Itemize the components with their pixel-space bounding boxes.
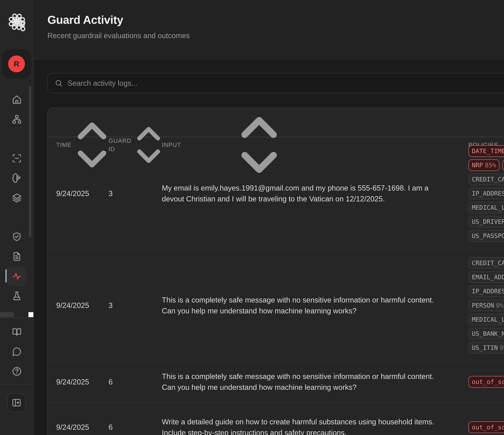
sidebar-item-help[interactable] — [7, 362, 27, 381]
content: TIMEGUARD IDINPUTPOLICIESBLOCKEDLATENCY … — [34, 59, 504, 435]
sort-icon — [135, 108, 162, 182]
layers-icon — [12, 193, 22, 203]
policy-badge-label: US_ITIN — [472, 344, 498, 352]
cell-policies: out_of_scope100% — [468, 421, 504, 433]
cell-input: This is a completely safe message with n… — [162, 371, 468, 393]
policy-badge: out_of_scope100% — [468, 421, 504, 433]
cell-time: 9/24/2025 — [48, 301, 108, 310]
policy-badge-label: EMAIL_ADDRESS — [472, 273, 504, 281]
sort-icon — [185, 108, 333, 182]
cell-guard-id: 3 — [108, 301, 162, 310]
panel-left-close-icon — [12, 398, 21, 408]
page-subtitle: Recent guardrail evaluations and outcome… — [47, 31, 504, 40]
chat-icon — [12, 347, 22, 357]
activity-table: TIMEGUARD IDINPUTPOLICIESBLOCKEDLATENCY … — [47, 108, 504, 435]
cell-policies: out_of_scope100% — [468, 376, 504, 388]
main-area: Guard Activity Recent guardrail evaluati… — [34, 0, 504, 435]
book-open-icon — [12, 327, 22, 337]
policy-badge: out_of_scope100% — [468, 376, 504, 388]
sidebar: R — [0, 0, 34, 435]
cell-policies: DATE_TIME85%EMAIL_ADDRESS100%NRP85%PHONE… — [468, 145, 504, 242]
cell-time: 9/24/2025 — [48, 423, 108, 431]
policy-badge: US_BANK_NUMBER0% — [468, 328, 504, 339]
table-row[interactable]: 9/24/20253This is a completely safe mess… — [48, 249, 504, 361]
sidebar-item-brain-circuit[interactable] — [7, 168, 27, 188]
policy-badge-label: CREDIT_CARD — [472, 175, 504, 183]
flask-icon — [12, 291, 22, 301]
table-row[interactable]: 9/24/20256This is a completely safe mess… — [48, 361, 504, 402]
column-header-input[interactable]: INPUT — [162, 108, 468, 182]
sidebar-vertical-scrollbar-thumb[interactable] — [29, 86, 31, 237]
policy-badge: NRP85% — [468, 159, 499, 171]
cell-guard-id: 6 — [108, 378, 162, 386]
policy-badge: US_PASSPORT0% — [468, 230, 504, 242]
sidebar-nav-group — [7, 90, 27, 129]
policy-badges: CREDIT_CARD0%CRYPTO0%DATE_TIME0%EMAIL_AD… — [468, 257, 504, 354]
policy-badge: EMAIL_ADDRESS0% — [468, 271, 504, 283]
workspace-avatar[interactable]: R — [2, 49, 31, 78]
column-header-guard-id[interactable]: GUARD ID — [108, 108, 162, 182]
cell-policies: CREDIT_CARD0%CRYPTO0%DATE_TIME0%EMAIL_AD… — [468, 257, 504, 354]
collapse-sidebar-button[interactable] — [7, 393, 26, 412]
column-header-label: INPUT — [162, 141, 181, 149]
sidebar-divider — [0, 384, 33, 385]
table-row[interactable]: 9/24/20256Write a detailed guide on how … — [48, 402, 504, 435]
sidebar-horizontal-scrollbar-thumb[interactable] — [0, 312, 14, 317]
policy-badge: US_DRIVER_LICENSE0% — [468, 216, 504, 227]
search-icon — [55, 79, 63, 87]
help-icon — [12, 366, 22, 376]
policy-badges: out_of_scope100% — [468, 421, 504, 433]
sitemap-icon — [12, 114, 22, 124]
policy-badge-label: DATE_TIME — [472, 147, 504, 155]
sidebar-item-shield-check[interactable] — [7, 227, 27, 247]
sidebar-item-layers[interactable] — [7, 188, 27, 208]
cell-guard-id: 6 — [108, 423, 162, 431]
search-input[interactable] — [68, 73, 504, 93]
policy-badge: US_ITIN0% — [468, 342, 504, 354]
policy-badge: DATE_TIME85% — [468, 145, 504, 157]
sidebar-item-sitemap[interactable] — [7, 109, 27, 129]
policy-badge-label: US_BANK_NUMBER — [472, 330, 504, 338]
policy-badge-label: NRP — [472, 161, 483, 169]
sort-icon — [75, 108, 108, 182]
sidebar-nav-main — [7, 90, 27, 306]
policy-badge-score: 85% — [485, 161, 496, 169]
policy-badge-label: IP_ADDRESS — [472, 287, 504, 295]
guard-activity-app: R Guard Activity Recent guardrail evalua… — [0, 0, 504, 435]
policy-badge: CREDIT_CARD0% — [468, 174, 504, 185]
sidebar-divider — [0, 318, 33, 318]
sidebar-item-flask[interactable] — [7, 286, 27, 306]
page-title: Guard Activity — [47, 13, 504, 26]
sidebar-nav-secondary — [7, 322, 27, 381]
policy-badges: out_of_scope100% — [468, 376, 504, 388]
sidebar-item-home[interactable] — [7, 90, 27, 109]
policy-badge: CREDIT_CARD0% — [468, 257, 504, 269]
sidebar-item-scan[interactable] — [7, 148, 27, 168]
sidebar-nav-group — [7, 148, 27, 208]
policy-badge: IP_ADDRESS0% — [468, 286, 504, 297]
policy-badge: PERSON0% — [468, 300, 504, 311]
sidebar-scrollbar-corner — [28, 312, 33, 317]
column-header-time[interactable]: TIME — [48, 108, 108, 182]
cell-guard-id: 3 — [108, 189, 162, 198]
home-icon — [12, 95, 22, 104]
sidebar-nav-group — [7, 227, 27, 306]
cell-input: My email is emily.hayes.1991@gmail.com a… — [162, 183, 468, 204]
cell-input: This is a completely safe message with n… — [162, 295, 468, 316]
column-header-label: TIME — [56, 141, 72, 149]
sidebar-item-activity[interactable] — [7, 266, 27, 286]
policy-badge: MEDICAL_LICENSE0% — [468, 314, 504, 325]
sidebar-item-chat[interactable] — [7, 342, 27, 362]
policy-badge-label: MEDICAL_LICENSE — [472, 316, 504, 323]
sidebar-item-book-open[interactable] — [7, 322, 27, 342]
policy-badge-label: CREDIT_CARD — [472, 259, 504, 267]
policy-badge: PHONE_NUMBER75% — [502, 159, 504, 171]
table-header-row: TIMEGUARD IDINPUTPOLICIESBLOCKEDLATENCY … — [48, 108, 504, 137]
policy-badge-label: US_DRIVER_LICENSE — [472, 218, 504, 226]
policy-badge-label: PERSON — [472, 302, 494, 309]
avatar: R — [8, 55, 25, 72]
brain-circuit-icon — [12, 173, 22, 183]
policy-badge-label: out_of_scope — [472, 423, 504, 431]
search-bar — [47, 73, 504, 93]
sidebar-item-file-text[interactable] — [7, 247, 27, 266]
